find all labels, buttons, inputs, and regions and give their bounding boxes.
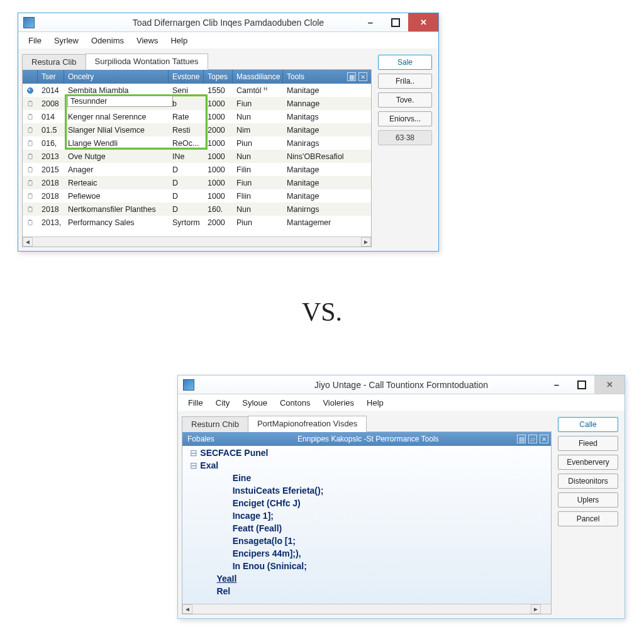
table-row[interactable]: 2018PefiewoeD1000FliinManitage: [23, 189, 371, 203]
tab[interactable]: Surpilioda Wontation Tattues: [86, 53, 208, 70]
column-header[interactable]: Evstone: [169, 70, 204, 84]
maximize-button[interactable]: [383, 13, 408, 31]
tab[interactable]: PortMapionofreation Visdes: [248, 416, 367, 432]
cell: Seni: [169, 84, 204, 97]
clipboard-icon: [23, 189, 38, 203]
table-row[interactable]: 016,Llange WendliReOc...1000PiunManirags: [23, 136, 371, 150]
column-header[interactable]: Topes: [204, 70, 233, 84]
panel-button[interactable]: Frila..: [378, 74, 432, 89]
close-button[interactable]: [408, 13, 438, 31]
cell: Filin: [233, 163, 283, 176]
grid-tool-icon[interactable]: ▦: [347, 72, 356, 81]
column-header[interactable]: Oncelry: [64, 70, 169, 84]
panel-button[interactable]: Tove.: [378, 92, 432, 108]
menu-item[interactable]: Violeries: [316, 397, 360, 409]
svg-rect-12: [28, 167, 32, 172]
minimize-button[interactable]: [358, 13, 383, 31]
panel-button[interactable]: Sale: [378, 55, 432, 70]
cell: 01.5: [38, 123, 64, 136]
tab[interactable]: Resturn Chib: [182, 416, 248, 432]
cell: Resti: [169, 123, 204, 136]
scroll-left-icon[interactable]: ◄: [23, 237, 33, 247]
cell: Manirngs: [283, 203, 371, 216]
cell: ReOc...: [169, 136, 204, 150]
svg-rect-2: [28, 101, 32, 106]
maximize-button[interactable]: [569, 375, 594, 394]
scroll-right-icon[interactable]: ►: [361, 237, 371, 247]
menubar-top: FileSyrlewOdenimsViewsHelp: [18, 32, 438, 48]
app-icon: [183, 379, 194, 391]
column-header[interactable]: Tools ▦ ✕: [283, 70, 371, 84]
table-row[interactable]: 01.5Slanger Nlial VisemceResti2000NimMan…: [23, 123, 371, 136]
minimize-button[interactable]: [544, 375, 569, 394]
panel-max-icon[interactable]: ▱: [528, 435, 537, 443]
menu-item[interactable]: Syrlew: [48, 35, 85, 47]
svg-rect-7: [30, 127, 31, 128]
table-row[interactable]: 2015AnagerD1000FilinManitage: [23, 163, 371, 176]
cell: D: [169, 189, 204, 203]
svg-rect-6: [28, 128, 32, 133]
cell: 014: [38, 110, 64, 123]
menu-item[interactable]: Contons: [274, 397, 316, 409]
svg-rect-9: [30, 140, 31, 142]
grid-hscroll[interactable]: ◄ ►: [23, 236, 371, 247]
cell: Manitage: [283, 163, 371, 176]
panel-button[interactable]: Evenbervery: [558, 455, 618, 470]
cell: Manitage: [283, 176, 371, 189]
cell: 2013,: [38, 216, 64, 229]
scroll-right-icon[interactable]: ►: [531, 604, 541, 614]
column-header[interactable]: Tser: [38, 70, 64, 84]
tab[interactable]: Restura Clib: [22, 54, 86, 70]
clipboard-icon: [23, 203, 38, 216]
status-readout: 63·38: [378, 130, 432, 145]
svg-rect-4: [28, 114, 32, 119]
table-row[interactable]: 2018RerteaicD1000FiunManitage: [23, 176, 371, 189]
menu-item[interactable]: Help: [360, 397, 390, 409]
code-body[interactable]: ⊟ SECFACE Punel ⊟ Exal Eine InstuiCeats …: [182, 446, 551, 604]
clipboard-icon: [23, 216, 38, 229]
cell: Syrtorm: [169, 216, 204, 229]
panel-tool-icon[interactable]: ▤: [517, 435, 526, 443]
titlebar-bottom[interactable]: Jiyo Untage - Call Tountionx Formntoduat…: [178, 375, 625, 394]
menu-item[interactable]: City: [209, 397, 236, 409]
scroll-left-icon[interactable]: ◄: [182, 604, 192, 614]
inline-editor[interactable]: [67, 96, 173, 107]
cell: Fliin: [233, 189, 283, 203]
menu-item[interactable]: Help: [164, 35, 194, 47]
table-row[interactable]: 2014Sembita MiamblaSeni1550Camtól ᴴManit…: [23, 84, 371, 97]
right-panel-top: SaleFrila..Tove.Eniorvs...63·38: [372, 52, 435, 247]
close-button[interactable]: [594, 375, 625, 394]
cell: 1000: [204, 110, 233, 123]
code-hscroll[interactable]: ◄ ►: [182, 604, 551, 614]
titlebar-top[interactable]: Toad Difernargen Clib Inqes Pamdaoduben …: [18, 13, 438, 32]
panel-button[interactable]: Uplers: [558, 492, 618, 508]
menu-item[interactable]: Fille: [182, 397, 209, 409]
panel-button[interactable]: Calle: [558, 417, 618, 432]
code-panel: Fobales Ennpipes Kakopslc -St Perrormanc…: [182, 432, 552, 614]
orb-icon: [23, 84, 38, 97]
cell: D: [169, 203, 204, 216]
cell: 1000: [204, 150, 233, 163]
panel-button[interactable]: Pancel: [558, 511, 618, 526]
cell: 1550: [204, 84, 233, 97]
table-row[interactable]: 2013Ove NutgeINe1000NunNins'OBResafiol: [23, 150, 371, 163]
panel-button[interactable]: Fieed: [558, 436, 618, 451]
clipboard-icon: [23, 97, 38, 110]
panel-button[interactable]: Disteonitors: [558, 474, 618, 489]
table-row[interactable]: 014Kenger nnal SerennceRate1000NunManita…: [23, 110, 371, 123]
cell: Manitage: [283, 189, 371, 203]
menu-item[interactable]: File: [22, 35, 48, 47]
cell: Ove Nutge: [64, 150, 169, 163]
grid-close-icon[interactable]: ✕: [358, 72, 367, 81]
table-row[interactable]: 2018Nertkomansfiler PlanthesD160.NunMani…: [23, 203, 371, 216]
column-header[interactable]: Massdiliance: [233, 70, 283, 84]
menu-item[interactable]: Syloue: [236, 397, 274, 409]
app-icon: [23, 17, 35, 28]
table-row[interactable]: 2013,Performancy SalesSyrtorm2000PiunMan…: [23, 216, 371, 229]
cell: Rerteaic: [64, 176, 169, 189]
menu-item[interactable]: Views: [130, 35, 164, 47]
panel-close-icon[interactable]: ✕: [540, 435, 548, 443]
grid-header: Tser Oncelry Evstone Topes Massdiliance …: [23, 70, 371, 84]
menu-item[interactable]: Odenims: [85, 35, 130, 47]
panel-button[interactable]: Eniorvs...: [378, 111, 432, 126]
